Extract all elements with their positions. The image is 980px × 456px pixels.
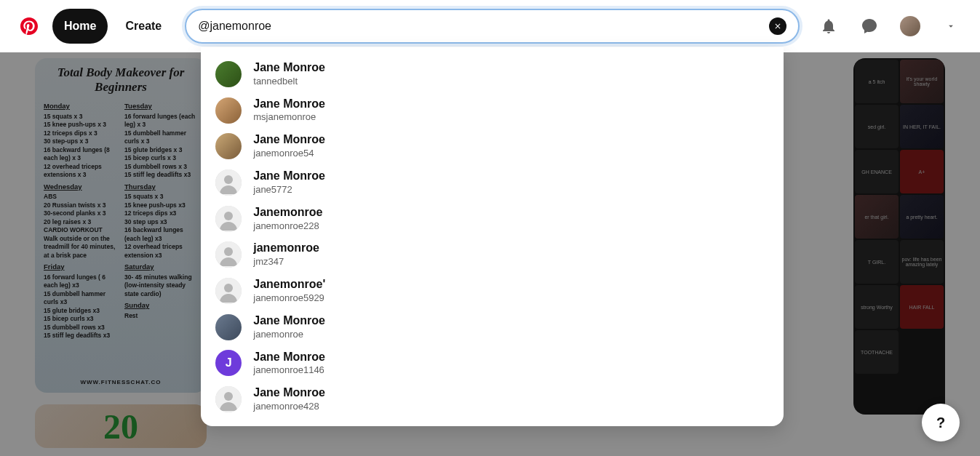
suggestion-name: Jane Monroe (253, 169, 325, 184)
messages-button[interactable] (852, 9, 887, 44)
suggestion-name: Jane Monroe (253, 97, 325, 112)
suggestion-username: msjanemonroe (253, 111, 325, 124)
search-box (185, 9, 800, 44)
svg-point-5 (224, 247, 233, 256)
suggestion-avatar (215, 314, 242, 340)
chevron-down-icon (946, 21, 956, 31)
search-suggestion-item[interactable]: Jane Monroetannedbelt (201, 56, 784, 92)
search-suggestion-item[interactable]: Jane Monroejanemonroe54 (201, 128, 784, 164)
search-suggestion-item[interactable]: Janemonroe'janemonroe5929 (201, 273, 784, 309)
bell-icon (820, 17, 837, 35)
x-icon (773, 22, 782, 31)
search-suggestion-item[interactable]: Jane Monroemsjanemonroe (201, 92, 784, 129)
suggestion-name: Janemonroe (253, 205, 322, 220)
suggestion-avatar (215, 206, 242, 232)
svg-point-3 (224, 212, 233, 220)
suggestion-avatar (215, 241, 242, 268)
svg-point-9 (224, 392, 233, 401)
suggestion-name: janemonroe (253, 241, 319, 256)
account-menu-button[interactable] (933, 9, 968, 44)
help-button[interactable]: ? (922, 404, 960, 441)
suggestion-name: Jane Monroe (253, 350, 325, 365)
chat-icon (861, 17, 878, 35)
search-suggestion-item[interactable]: JJane Monroejanemonroe1146 (201, 345, 784, 382)
search-suggestions-dropdown: Jane MonroetannedbeltJane Monroemsjanemo… (201, 47, 784, 426)
nav-create[interactable]: Create (113, 9, 173, 44)
suggestion-username: janemonroe54 (253, 148, 325, 160)
notifications-button[interactable] (811, 9, 846, 44)
svg-point-7 (224, 284, 233, 292)
search-suggestion-item[interactable]: Jane Monroejanemonroe428 (201, 381, 784, 417)
suggestion-username: janemonroe5929 (253, 292, 325, 305)
suggestion-username: janemonroe (253, 329, 325, 341)
search-suggestion-item[interactable]: Jane Monroejane5772 (201, 164, 784, 201)
suggestion-avatar: J (215, 350, 242, 376)
suggestion-username: janemonroe428 (253, 401, 325, 413)
avatar (900, 16, 920, 36)
header: Home Create Jane MonroetannedbeltJane Mo… (0, 0, 980, 52)
suggestion-username: janemonroe1146 (253, 364, 325, 377)
search-input[interactable] (198, 20, 769, 33)
suggestion-name: Jane Monroe (253, 385, 325, 401)
suggestion-name: Janemonroe' (253, 277, 325, 292)
suggestion-username: janemonroe228 (253, 220, 322, 233)
suggestion-avatar (215, 278, 242, 304)
pinterest-logo[interactable] (12, 9, 47, 44)
search-suggestion-item[interactable]: Janemonroejanemonroe228 (201, 201, 784, 237)
suggestion-name: Jane Monroe (253, 60, 325, 76)
clear-search-button[interactable] (769, 17, 786, 35)
suggestion-avatar (215, 61, 242, 87)
suggestion-avatar (215, 133, 242, 159)
suggestion-name: Jane Monroe (253, 313, 325, 329)
suggestion-name: Jane Monroe (253, 132, 325, 148)
svg-point-1 (224, 175, 233, 184)
suggestion-username: jane5772 (253, 184, 325, 196)
search-suggestion-item[interactable]: janemonroejmz347 (201, 236, 784, 273)
search-suggestion-item[interactable]: Jane Monroejanemonroe (201, 309, 784, 345)
suggestion-username: jmz347 (253, 256, 319, 268)
suggestion-username: tannedbelt (253, 76, 325, 88)
profile-button[interactable] (893, 9, 928, 44)
search-wrapper: Jane MonroetannedbeltJane Monroemsjanemo… (185, 9, 800, 44)
nav-home[interactable]: Home (52, 9, 108, 44)
suggestion-avatar (215, 169, 242, 196)
suggestion-avatar (215, 386, 242, 412)
suggestion-avatar (215, 97, 242, 124)
